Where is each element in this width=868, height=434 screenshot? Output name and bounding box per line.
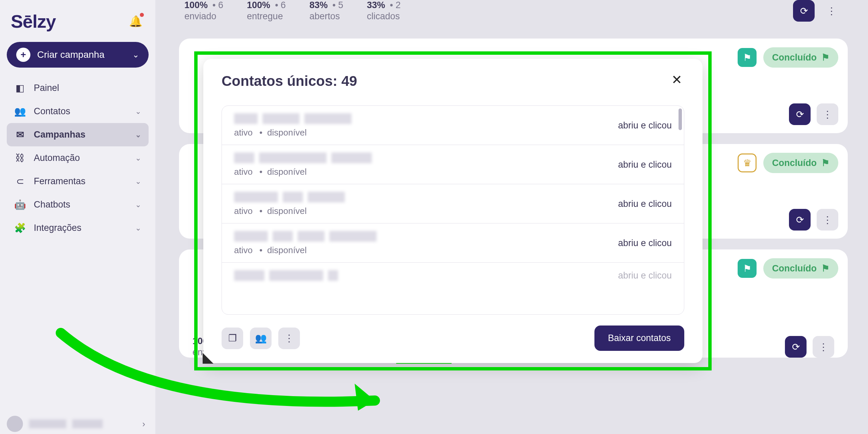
sidebar-item-campanhas[interactable]: ✉ Campanhas ⌄: [7, 123, 149, 146]
stat-enviado: 100% 6 enviado: [184, 0, 223, 22]
more-button[interactable]: ⋮: [817, 209, 838, 231]
sidebar-item-label: Contatos: [34, 106, 70, 117]
contact-row[interactable]: abriu e clicou: [222, 263, 684, 288]
copy-button[interactable]: ❐: [222, 328, 243, 349]
more-icon: ⋮: [823, 109, 832, 120]
contact-row[interactable]: ativo disponível abriu e clicou: [222, 145, 684, 184]
contact-availability: disponível: [259, 167, 307, 177]
unique-contacts-modal: Contatos únicos: 49 ✕ ativo disponível: [203, 59, 703, 363]
sidebar-item-chatbots[interactable]: 🤖 Chatbots ⌄: [7, 193, 149, 216]
flag-badge[interactable]: ⚑: [738, 48, 757, 67]
chevron-down-icon: ⌄: [135, 107, 141, 116]
flag-icon: ⚑: [821, 52, 829, 63]
contact-email-redacted: [234, 152, 372, 163]
contact-availability: disponível: [259, 206, 307, 216]
sidebar-item-label: Automação: [34, 153, 80, 163]
sidebar-item-label: Chatbots: [34, 199, 70, 210]
add-to-list-button[interactable]: 👥: [250, 328, 272, 349]
contact-row[interactable]: ativo disponível abriu e clicou: [222, 184, 684, 223]
refresh-icon: ⟳: [800, 5, 808, 17]
sidebar-item-label: Ferramentas: [34, 176, 85, 187]
stat-count: 2: [390, 0, 401, 10]
refresh-button[interactable]: ⟳: [793, 0, 815, 22]
magnet-icon: ⊂: [14, 176, 26, 187]
refresh-button[interactable]: ⟳: [789, 103, 811, 125]
contact-email-redacted: [234, 192, 345, 202]
crown-badge[interactable]: ♛: [738, 153, 757, 172]
chevron-right-icon: ›: [142, 419, 145, 429]
more-icon: ⋮: [819, 341, 828, 353]
stat-abertos: 83% 5 abertos: [309, 0, 343, 22]
flag-icon: ⚑: [821, 263, 829, 274]
stat-percent: 100%: [247, 0, 270, 10]
stat-percent: 83%: [309, 0, 328, 10]
contact-row[interactable]: ativo disponível abriu e clicou: [222, 106, 684, 145]
contact-availability: disponível: [259, 127, 307, 138]
chevron-down-icon: ⌄: [135, 177, 141, 186]
more-button[interactable]: ⋮: [821, 0, 842, 22]
refresh-icon: ⟳: [792, 341, 800, 353]
contact-email-redacted: [234, 270, 338, 281]
flag-icon: ⚑: [743, 52, 751, 63]
sidebar-item-label: Painel: [34, 83, 59, 93]
contact-list: ativo disponível abriu e clicou ativo di: [222, 105, 684, 315]
close-button[interactable]: ✕: [669, 73, 684, 87]
close-icon: ✕: [671, 73, 682, 87]
sidebar-item-contatos[interactable]: 👥 Contatos ⌄: [7, 100, 149, 123]
contact-email-redacted: [234, 231, 377, 242]
refresh-icon: ⟳: [796, 214, 804, 225]
more-button[interactable]: ⋮: [278, 328, 300, 349]
more-icon: ⋮: [827, 5, 836, 17]
stat-entregue: 100% 6 entregue: [247, 0, 286, 22]
brand-logo: Sēlzy: [11, 11, 56, 32]
logo-row: Sēlzy 🔔: [7, 9, 149, 42]
sidebar-nav: ◧ Painel 👥 Contatos ⌄ ✉ Campanhas ⌄ ⛓ Au…: [7, 76, 149, 240]
contact-row[interactable]: ativo disponível abriu e clicou: [222, 223, 684, 263]
status-text: Concluído: [772, 263, 817, 274]
sidebar-item-painel[interactable]: ◧ Painel: [7, 76, 149, 100]
status-badge: Concluído ⚑: [763, 47, 838, 68]
flag-badge[interactable]: ⚑: [738, 259, 757, 278]
stat-percent: 100%: [184, 0, 208, 10]
flag-icon: ⚑: [743, 263, 751, 274]
status-text: Concluído: [772, 52, 817, 63]
chevron-down-icon: ⌄: [135, 200, 141, 209]
sidebar-item-ferramentas[interactable]: ⊂ Ferramentas ⌄: [7, 170, 149, 193]
contact-action: abriu e clicou: [618, 238, 672, 248]
more-icon: ⋮: [823, 214, 832, 225]
dashboard-icon: ◧: [14, 82, 26, 94]
sidebar-item-label: Integrações: [34, 223, 81, 233]
create-campaign-button[interactable]: + Criar campanha ⌄: [7, 42, 149, 68]
status-badge: Concluído ⚑: [763, 153, 838, 173]
more-button[interactable]: ⋮: [817, 103, 838, 125]
envelope-icon: ✉: [14, 129, 26, 140]
puzzle-icon: 🧩: [14, 222, 26, 234]
sidebar-item-automacao[interactable]: ⛓ Automação ⌄: [7, 146, 149, 170]
user-menu[interactable]: ›: [7, 416, 145, 432]
robot-icon: 🤖: [14, 199, 26, 210]
more-button[interactable]: ⋮: [813, 336, 834, 358]
contact-email-redacted: [234, 113, 352, 124]
user-name-redacted: [72, 419, 103, 428]
refresh-button[interactable]: ⟳: [785, 336, 807, 358]
notifications-button[interactable]: 🔔: [129, 15, 143, 28]
contact-action: abriu e clicou: [618, 160, 672, 170]
bell-icon: 🔔: [129, 15, 143, 27]
notification-dot-icon: [140, 13, 144, 17]
status-text: Concluído: [772, 158, 817, 168]
sidebar-item-integracoes[interactable]: 🧩 Integrações ⌄: [7, 216, 149, 240]
stat-label: clicados: [367, 11, 401, 22]
stat-label: enviado: [184, 11, 223, 22]
stat-count: 6: [275, 0, 286, 10]
download-contacts-button[interactable]: Baixar contatos: [594, 326, 684, 351]
avatar: [7, 416, 23, 432]
people-icon: 👥: [14, 106, 26, 117]
resize-handle-icon: [203, 353, 213, 364]
chevron-down-icon: ⌄: [135, 130, 141, 139]
stat-count: 5: [332, 0, 343, 10]
sidebar-item-label: Campanhas: [34, 129, 85, 140]
chevron-down-icon: ⌄: [132, 50, 139, 59]
contact-action: abriu e clicou: [618, 199, 672, 209]
refresh-button[interactable]: ⟳: [789, 209, 811, 231]
contact-status: ativo: [234, 167, 253, 177]
